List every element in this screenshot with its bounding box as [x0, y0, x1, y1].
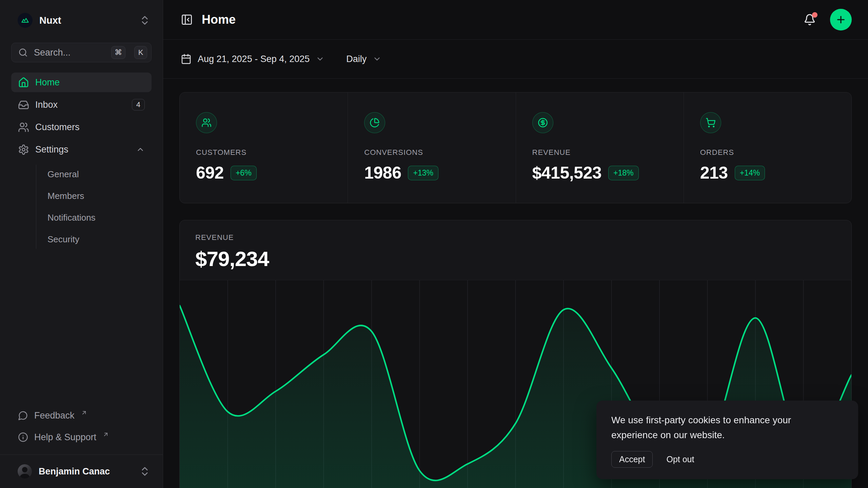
- search-placeholder: Search...: [34, 47, 105, 58]
- stat-card-orders[interactable]: ORDERS 213 +14%: [684, 93, 851, 203]
- sidebar-item-label: Customers: [35, 122, 80, 133]
- sidebar-item-home[interactable]: Home: [11, 73, 152, 92]
- gear-icon: [18, 144, 29, 155]
- stat-label: CONVERSIONS: [364, 148, 499, 157]
- sidebar-item-settings[interactable]: Settings: [11, 140, 152, 159]
- kbd-cmd: ⌘: [111, 46, 125, 59]
- stat-icon-circle: [196, 112, 217, 133]
- stat-icon-circle: [364, 112, 385, 133]
- stat-card-customers[interactable]: CUSTOMERS 692 +6%: [180, 93, 348, 203]
- stat-delta-badge: +14%: [735, 166, 765, 180]
- revenue-chart-label: REVENUE: [195, 233, 836, 242]
- stat-label: ORDERS: [700, 148, 835, 157]
- stat-value: 213: [700, 163, 728, 183]
- home-icon: [18, 77, 29, 88]
- search-icon: [18, 48, 28, 57]
- cookie-message: We use first-party cookies to enhance yo…: [611, 413, 832, 442]
- stat-card-conversions[interactable]: CONVERSIONS 1986 +13%: [348, 93, 515, 203]
- toolbar: Aug 21, 2025 - Sep 4, 2025 Daily: [163, 40, 868, 79]
- add-button[interactable]: [830, 9, 852, 30]
- topbar-actions: [802, 9, 852, 30]
- avatar: [18, 464, 32, 479]
- stat-value: 1986: [364, 163, 401, 183]
- sidebar-item-inbox[interactable]: Inbox 4: [11, 95, 152, 115]
- brand-name: Nuxt: [39, 15, 61, 26]
- external-link-icon: [102, 431, 109, 438]
- help-support-link[interactable]: Help & Support: [11, 427, 152, 447]
- sidebar-item-general[interactable]: General: [47, 165, 152, 184]
- chevron-down-icon: [316, 55, 324, 63]
- revenue-chart-header: REVENUE $79,234: [180, 220, 851, 271]
- sidebar-nav: Home Inbox 4 Customers Settings: [0, 73, 163, 250]
- pie-chart-icon: [370, 118, 380, 128]
- info-icon: [18, 432, 28, 442]
- chevron-up-icon: [136, 145, 145, 154]
- plus-icon: [835, 14, 846, 25]
- notification-dot: [812, 12, 817, 18]
- users-icon: [201, 118, 212, 128]
- nuxt-logo-icon: [18, 13, 33, 28]
- external-link-icon: [81, 409, 87, 416]
- chevrons-up-down-icon: [139, 466, 151, 477]
- chevrons-up-down-icon: [139, 15, 151, 26]
- shopping-cart-icon: [706, 118, 716, 128]
- kbd-k: K: [134, 46, 147, 59]
- date-range-label: Aug 21, 2025 - Sep 4, 2025: [198, 54, 310, 64]
- settings-subnav: General Members Notifications Security: [36, 165, 152, 249]
- cookie-optout-button[interactable]: Opt out: [666, 454, 694, 464]
- stat-value: 692: [196, 163, 224, 183]
- sidebar-item-label: Settings: [35, 144, 68, 155]
- user-menu[interactable]: Benjamin Canac: [0, 454, 163, 488]
- user-name: Benjamin Canac: [39, 466, 110, 477]
- stat-delta-badge: +13%: [408, 166, 438, 180]
- feedback-label: Feedback: [34, 410, 75, 421]
- sidebar-item-members[interactable]: Members: [47, 186, 152, 205]
- stat-icon-circle: [532, 112, 553, 133]
- cookie-accept-button[interactable]: Accept: [611, 451, 653, 468]
- stat-card-revenue[interactable]: REVENUE $415,523 +18%: [516, 93, 684, 203]
- sidebar-item-customers[interactable]: Customers: [11, 117, 152, 137]
- calendar-icon: [181, 54, 192, 64]
- feedback-link[interactable]: Feedback: [11, 406, 152, 425]
- sidebar: Nuxt Search... ⌘ K Home Inbox: [0, 0, 163, 488]
- revenue-chart-total: $79,234: [195, 247, 836, 271]
- period-select[interactable]: Daily: [346, 54, 381, 64]
- sidebar-item-notifications[interactable]: Notifications: [47, 208, 152, 227]
- period-label: Daily: [346, 54, 367, 64]
- stat-label: CUSTOMERS: [196, 148, 331, 157]
- main-area: Home Aug 21, 2025 - Sep 4, 2025: [163, 0, 868, 488]
- stats-grid: CUSTOMERS 692 +6% CONVERSIONS 1986 +13%: [179, 92, 852, 203]
- sidebar-item-label: Home: [35, 77, 60, 88]
- team-switcher[interactable]: Nuxt: [0, 0, 163, 38]
- topbar: Home: [163, 0, 868, 40]
- notifications-button[interactable]: [802, 12, 817, 27]
- message-circle-icon: [18, 410, 28, 421]
- stat-delta-badge: +18%: [608, 166, 638, 180]
- sidebar-spacer: [0, 250, 163, 406]
- stat-icon-circle: [700, 112, 721, 133]
- stat-delta-badge: +6%: [231, 166, 257, 180]
- inbox-count-badge: 4: [132, 99, 145, 110]
- inbox-icon: [18, 99, 29, 110]
- sidebar-item-label: Inbox: [35, 100, 58, 110]
- circle-dollar-icon: [538, 118, 548, 128]
- stat-label: REVENUE: [532, 148, 667, 157]
- cookie-banner: We use first-party cookies to enhance yo…: [596, 401, 858, 479]
- users-icon: [18, 122, 29, 133]
- date-range-picker[interactable]: Aug 21, 2025 - Sep 4, 2025: [181, 54, 324, 64]
- panel-left-close-icon: [181, 14, 193, 26]
- stat-value: $415,523: [532, 163, 602, 183]
- search-input[interactable]: Search... ⌘ K: [11, 43, 152, 62]
- chevron-down-icon: [373, 55, 381, 63]
- help-support-label: Help & Support: [34, 432, 96, 443]
- page-title: Home: [202, 13, 236, 27]
- sidebar-collapse-button[interactable]: [181, 14, 193, 26]
- sidebar-footer-links: Feedback Help & Support: [0, 406, 163, 454]
- sidebar-item-security[interactable]: Security: [47, 230, 152, 249]
